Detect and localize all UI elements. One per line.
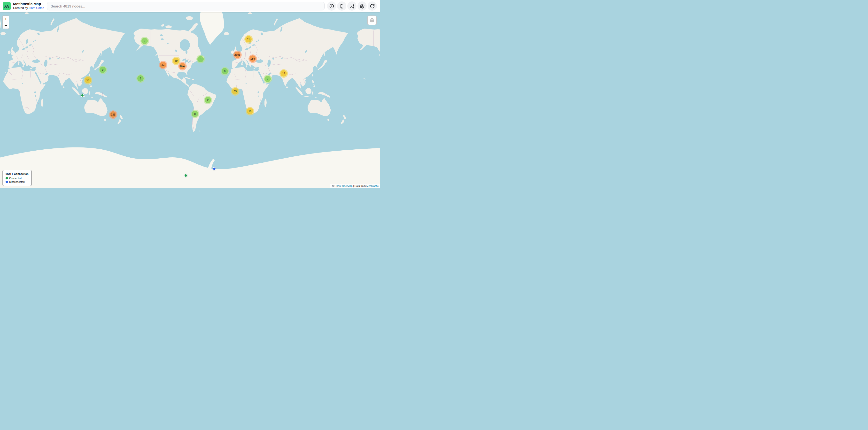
cluster-marker[interactable]: 16 [246,107,254,115]
page-title: Meshtastic Map [13,1,44,6]
header-actions [327,1,377,11]
cluster-marker[interactable]: 9 [99,66,107,74]
cluster-marker[interactable]: 2 [204,96,212,104]
title-block: Meshtastic Map Created by Liam Cottle [13,1,44,10]
info-button[interactable] [327,1,336,11]
connected-node-marker[interactable] [81,94,84,97]
cluster-marker[interactable]: 650 [159,61,167,69]
world-map[interactable]: + − 911269315439565087498146258332168223… [0,0,380,188]
refresh-button[interactable] [368,1,377,11]
map-attribution: © OpenStreetMap | Data from Meshtastic [330,184,380,188]
cluster-marker[interactable]: 8 [191,110,199,118]
smartphone-icon [339,4,344,9]
connected-dot-icon [6,177,8,179]
cluster-marker[interactable]: 2 [264,75,272,83]
connected-node-marker[interactable] [184,174,187,177]
refresh-icon [370,4,375,9]
settings-button[interactable] [358,1,367,11]
shuffle-icon [349,4,354,9]
cluster-marker[interactable]: 6 [136,74,145,83]
byline: Created by Liam Cottle [13,6,44,10]
info-icon [329,4,334,9]
attribution-separator: | Data from [352,185,366,188]
app-header: Meshtastic Map Created by Liam Cottle [0,0,380,12]
cluster-marker[interactable]: 8 [221,67,229,75]
cluster-marker[interactable]: 154 [248,55,257,63]
map-zoom-control: + − [2,15,9,29]
disconnected-node-marker[interactable] [213,167,216,170]
legend-item-disconnected: Disconnected [6,180,29,183]
attribution-copyright: © [332,185,335,188]
zoom-out-button[interactable]: − [3,22,9,29]
zoom-in-button[interactable]: + [3,16,9,22]
cluster-marker[interactable]: 11 [244,35,253,43]
cluster-marker[interactable]: 58 [84,76,92,85]
shuffle-button[interactable] [347,1,356,11]
openstreetmap-link[interactable]: OpenStreetMap [335,185,352,188]
legend-title: MQTT Connection [6,172,29,175]
cluster-marker[interactable]: 223 [109,110,118,119]
cluster-marker[interactable]: 33 [231,87,240,96]
cluster-marker[interactable]: 14 [279,69,288,78]
meshtastic-logo-icon [3,2,11,10]
cluster-marker[interactable]: 2693 [233,51,242,59]
byline-prefix: Created by [13,6,29,10]
search-input[interactable] [47,2,324,10]
legend-label: Disconnected [9,180,25,183]
cluster-marker[interactable]: 9 [141,37,149,45]
legend-label: Connected [9,177,22,180]
disconnected-dot-icon [6,180,8,183]
device-button[interactable] [337,1,346,11]
basemap-svg [0,0,380,188]
mqtt-legend: MQTT Connection Connected Disconnected [2,170,32,186]
author-link[interactable]: Liam Cottle [29,6,44,10]
cluster-marker[interactable]: 5 [196,55,205,63]
cluster-marker[interactable]: 874 [178,62,187,70]
layers-icon [369,17,375,24]
legend-item-connected: Connected [6,177,29,180]
gear-icon [360,4,365,9]
meshtastic-link[interactable]: Meshtastic [366,185,378,188]
layers-control[interactable] [367,15,377,25]
